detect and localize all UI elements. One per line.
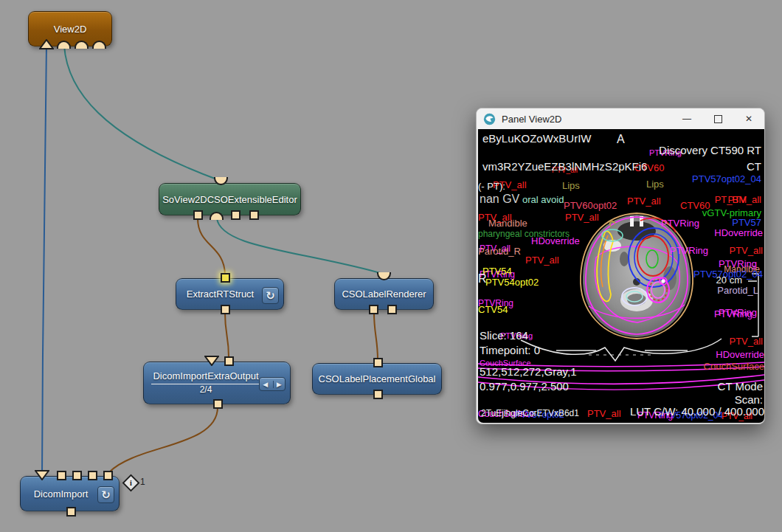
node-dicomimportextraoutput[interactable]: DicomImportExtraOutput 2/4 ◀▶ — [143, 362, 291, 404]
window-titlebar[interactable]: Panel View2D — ✕ — [477, 108, 764, 129]
viewer-label: Lips — [646, 179, 664, 190]
connector-triangle-down[interactable] — [35, 470, 49, 480]
edge-view2d-dicomimport — [42, 44, 46, 477]
node-importextra-page: 2/4 — [200, 384, 212, 395]
node-view2d-label: View2D — [54, 24, 87, 35]
reload-button[interactable]: ↻ — [262, 287, 279, 304]
viewer-label: PTV_all — [587, 409, 621, 419]
viewer-label: nan GV — [480, 193, 519, 206]
viewer-label: Parotid_L — [717, 286, 758, 296]
view2d-viewer[interactable]: eByLuKOZoWxBUrIWAPTVRingDiscovery CT590 … — [478, 129, 764, 423]
panel-view2d-window: Panel View2D — ✕ — [476, 108, 765, 424]
info-badge-count: 1 — [140, 477, 145, 487]
viewer-label: PTVRing — [670, 246, 708, 256]
viewer-label: Discovery CT590 RT — [659, 145, 761, 157]
connector-square[interactable] — [373, 390, 383, 399]
node-editor-label: SoView2DCSOExtensibleEditor — [162, 194, 297, 205]
viewer-label: PTV54opt02 — [485, 277, 539, 288]
connector-square[interactable] — [231, 210, 241, 220]
viewer-label: A — [617, 133, 625, 146]
edge-importextra-dicomimport — [109, 407, 218, 472]
edge-extract-importextra — [225, 313, 229, 357]
viewer-label: CT — [747, 161, 761, 173]
viewer-label: HDoverride — [716, 350, 764, 360]
viewer-label: LUT C/W: 40.000 / 400.000 — [630, 406, 764, 418]
viewer-label: CouchSurface — [704, 362, 764, 372]
minimize-button[interactable]: — — [671, 108, 702, 129]
edge-editor-csolabelrenderer — [217, 218, 383, 274]
viewer-label: Timepoint: 0 — [480, 345, 540, 357]
viewer-label: PTV_all — [729, 246, 763, 256]
node-soview2dcsoextensibleeditor[interactable]: SoView2DCSOExtensibleEditor — [159, 183, 301, 215]
reload-button[interactable]: ↻ — [97, 486, 114, 503]
viewer-label: 2TuEjihgleCorETVxB6d1 — [481, 409, 579, 418]
viewer-label: 512,512,272,Gray,1 — [480, 366, 576, 379]
viewer-label: vm3R2YZueEZB3lNMHzS2pKFi6 — [482, 161, 647, 173]
connector-triangle[interactable] — [39, 39, 54, 49]
viewer-label: Lips — [562, 181, 580, 191]
connector-square[interactable] — [193, 210, 203, 220]
viewer-label: 0.977,0.977,2.500 — [480, 381, 569, 393]
viewer-label: PTV_all — [525, 255, 559, 266]
mevislab-logo-icon — [483, 113, 496, 125]
connector-square[interactable] — [369, 305, 378, 314]
connector-square[interactable] — [249, 210, 259, 220]
maximize-button[interactable] — [702, 108, 733, 129]
viewer-label: PTV_all — [729, 336, 763, 347]
node-placement-label: CSOLabelPlacementGlobal — [319, 373, 436, 384]
viewer-label: Slice: 164 — [480, 330, 528, 342]
output-pager[interactable]: ◀▶ — [259, 377, 286, 391]
connector-square[interactable] — [221, 305, 230, 314]
edge-renderer-placement — [374, 313, 378, 360]
viewer-label: PTV_all — [727, 195, 761, 205]
pager-right-icon[interactable]: ▶ — [273, 381, 286, 388]
viewer-label: PTV_all — [478, 213, 512, 223]
pager-left-icon[interactable]: ◀ — [260, 381, 271, 388]
viewer-label: CT Mode — [718, 381, 763, 393]
node-dicomimport[interactable]: DicomImport ↻ — [20, 476, 120, 511]
viewer-label: PTV_all — [627, 196, 661, 207]
viewer-label: (- PT): — [478, 182, 505, 192]
connector-square[interactable] — [103, 471, 113, 480]
viewer-label: eByLuKOZoWxBUrIW — [482, 133, 592, 145]
viewer-label: PTV60opt02 — [564, 201, 617, 211]
node-extract-label: ExtractRTStruct — [187, 289, 255, 300]
connector-square[interactable] — [72, 471, 82, 480]
window-title: Panel View2D — [502, 114, 561, 125]
connector-square[interactable] — [387, 305, 397, 314]
viewer-label: HDoverride — [531, 236, 580, 246]
node-csolabelrenderer[interactable]: CSOLabelRenderer — [334, 278, 434, 310]
connector-square-highlighted[interactable] — [221, 273, 230, 283]
viewer-label: CTV54 — [478, 305, 508, 315]
connector-square[interactable] — [213, 399, 223, 409]
node-importextra-label: DicomImportExtraOutput — [151, 370, 260, 384]
connector-square[interactable] — [88, 471, 97, 480]
viewer-label: oral avoid — [522, 195, 564, 205]
close-button[interactable]: ✕ — [733, 108, 764, 129]
viewer-label: HDoverride — [714, 228, 763, 238]
viewer-label: PTV54 — [482, 266, 512, 277]
viewer-label: PTV_all — [565, 213, 599, 223]
viewer-label: PTVRing — [661, 218, 699, 229]
connector-square[interactable] — [373, 358, 383, 367]
connector-square[interactable] — [224, 356, 234, 366]
node-import-label: DicomImport — [34, 488, 89, 500]
connector-triangle-down[interactable] — [204, 356, 219, 366]
node-renderer-label: CSOLabelRenderer — [342, 289, 426, 300]
edge-view2d-editor — [64, 46, 221, 181]
scale-ruler — [748, 274, 758, 336]
viewer-label: PTV57opt02_04 — [692, 174, 761, 184]
connector-square[interactable] — [57, 471, 66, 480]
viewer-label: PTVRing — [719, 308, 757, 318]
viewer-label: Parotid_R — [478, 246, 521, 257]
connector-square[interactable] — [66, 507, 76, 517]
